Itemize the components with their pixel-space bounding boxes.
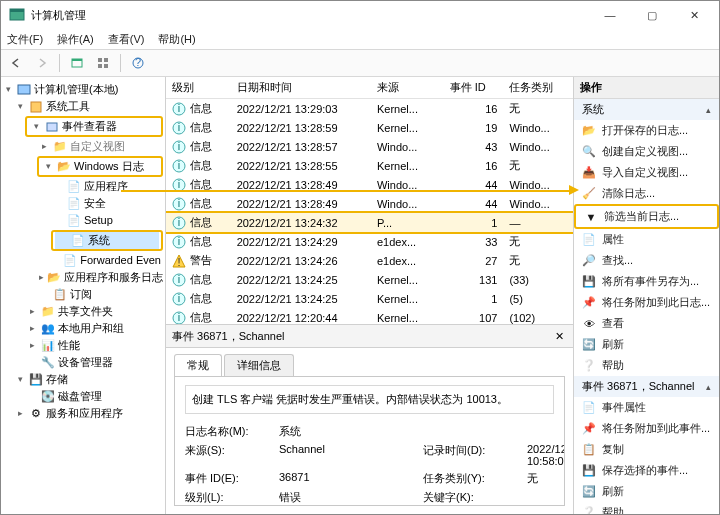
- svg-rect-1: [10, 9, 24, 12]
- action-refresh[interactable]: 🔄刷新: [574, 334, 719, 355]
- svg-rect-7: [104, 64, 108, 68]
- tree-security-log[interactable]: 📄安全: [3, 195, 163, 212]
- tree-local-users[interactable]: ▸👥本地用户和组: [3, 320, 163, 337]
- col-task[interactable]: 任务类别: [503, 77, 573, 99]
- nav-tree[interactable]: ▾计算机管理(本地) ▾系统工具 ▾事件查看器 ▸📁自定义视图 ▾📂Window…: [1, 77, 166, 514]
- tree-disk-management[interactable]: 💽磁盘管理: [3, 388, 163, 405]
- action-evprops[interactable]: 📄事件属性: [574, 397, 719, 418]
- toolbar-views-button[interactable]: [92, 52, 114, 74]
- col-level[interactable]: 级别: [166, 77, 231, 99]
- menu-action[interactable]: 操作(A): [57, 32, 94, 47]
- action-help2[interactable]: ❔帮助: [574, 502, 719, 514]
- action-icon: 💾: [582, 464, 596, 478]
- table-row[interactable]: i信息2022/12/21 13:28:59Kernel...19Windo..…: [166, 118, 573, 137]
- action-evattach[interactable]: 📌将任务附加到此事件...: [574, 418, 719, 439]
- table-row[interactable]: !警告2022/12/21 13:24:26e1dex...27无: [166, 251, 573, 270]
- tree-windows-logs[interactable]: ▾📂Windows 日志: [41, 158, 159, 175]
- toolbar-back-button[interactable]: [5, 52, 27, 74]
- tree-application-log[interactable]: 📄应用程序: [3, 178, 163, 195]
- svg-rect-3: [72, 59, 82, 61]
- tree-device-manager[interactable]: 🔧设备管理器: [3, 354, 163, 371]
- actions-pane: 操作 系统▴ 📂打开保存的日志...🔍创建自定义视图...📥导入自定义视图...…: [574, 77, 719, 514]
- table-row[interactable]: i信息2022/12/21 13:28:49Windo...44Windo...: [166, 194, 573, 213]
- action-icon: 📌: [582, 422, 596, 436]
- action-filter[interactable]: ▼筛选当前日志...: [574, 204, 719, 229]
- action-icon: 🔎: [582, 254, 596, 268]
- tree-forwarded-log[interactable]: 📄Forwarded Even: [3, 252, 163, 269]
- action-icon: 📄: [582, 233, 596, 247]
- action-help[interactable]: ❔帮助: [574, 355, 719, 376]
- action-icon: ❔: [582, 506, 596, 515]
- tree-custom-views[interactable]: ▸📁自定义视图: [3, 138, 163, 155]
- toolbar-up-button[interactable]: [66, 52, 88, 74]
- action-copy[interactable]: 📋复制: [574, 439, 719, 460]
- table-row[interactable]: i信息2022/12/21 13:29:03Kernel...16无: [166, 99, 573, 119]
- details-title: 事件 36871，Schannel: [172, 329, 285, 344]
- action-clear[interactable]: 🧹清除日志...: [574, 183, 719, 204]
- info-icon: i: [172, 273, 186, 287]
- tree-services-apps[interactable]: ▸⚙服务和应用程序: [3, 405, 163, 422]
- value-eventid: 36871: [279, 471, 419, 486]
- action-importview[interactable]: 📥导入自定义视图...: [574, 162, 719, 183]
- action-attach[interactable]: 📌将任务附加到此日志...: [574, 292, 719, 313]
- action-savesel[interactable]: 💾保存选择的事件...: [574, 460, 719, 481]
- tree-system-tools[interactable]: ▾系统工具: [3, 98, 163, 115]
- tree-label: 事件查看器: [62, 119, 117, 134]
- close-button[interactable]: ✕: [673, 2, 715, 28]
- maximize-button[interactable]: ▢: [631, 2, 673, 28]
- table-row[interactable]: i信息2022/12/21 13:24:29e1dex...33无: [166, 232, 573, 251]
- action-props[interactable]: 📄属性: [574, 229, 719, 250]
- table-row[interactable]: i信息2022/12/21 13:24:25Kernel...1(5): [166, 289, 573, 308]
- tree-storage[interactable]: ▾💾存储: [3, 371, 163, 388]
- tree-performance[interactable]: ▸📊性能: [3, 337, 163, 354]
- toolbar-forward-button[interactable]: [31, 52, 53, 74]
- table-row[interactable]: i信息2022/12/21 13:28:57Windo...43Windo...: [166, 137, 573, 156]
- action-createview[interactable]: 🔍创建自定义视图...: [574, 141, 719, 162]
- menu-file[interactable]: 文件(F): [7, 32, 43, 47]
- value-logname: 系统: [279, 424, 419, 439]
- tree-event-viewer[interactable]: ▾事件查看器: [29, 118, 159, 135]
- tree-subscriptions[interactable]: 📋订阅: [3, 286, 163, 303]
- action-icon: 📌: [582, 296, 596, 310]
- svg-rect-10: [18, 85, 30, 94]
- toolbar-help-button[interactable]: ?: [127, 52, 149, 74]
- actions-section-system[interactable]: 系统▴: [574, 99, 719, 120]
- menu-view[interactable]: 查看(V): [108, 32, 145, 47]
- action-icon: 🔄: [582, 338, 596, 352]
- menu-help[interactable]: 帮助(H): [158, 32, 195, 47]
- tab-general[interactable]: 常规: [174, 354, 222, 376]
- tree-label: 安全: [84, 196, 106, 211]
- action-refresh2[interactable]: 🔄刷新: [574, 481, 719, 502]
- tree-app-service-logs[interactable]: ▸📂应用程序和服务日志: [3, 269, 163, 286]
- details-close-button[interactable]: ✕: [551, 328, 567, 344]
- svg-rect-12: [47, 123, 57, 131]
- action-icon: 🧹: [582, 187, 596, 201]
- table-row[interactable]: i信息2022/12/21 13:24:25Kernel...131(33): [166, 270, 573, 289]
- tree-root[interactable]: ▾计算机管理(本地): [3, 81, 163, 98]
- actions-header: 操作: [574, 77, 719, 99]
- col-eventid[interactable]: 事件 ID: [444, 77, 504, 99]
- action-open[interactable]: 📂打开保存的日志...: [574, 120, 719, 141]
- minimize-button[interactable]: —: [589, 2, 631, 28]
- col-datetime[interactable]: 日期和时间: [231, 77, 371, 99]
- col-source[interactable]: 来源: [371, 77, 444, 99]
- table-row[interactable]: i信息2022/12/21 13:28:55Kernel...16无: [166, 156, 573, 175]
- event-grid[interactable]: 级别 日期和时间 来源 事件 ID 任务类别 i信息2022/12/21 13:…: [166, 77, 573, 324]
- svg-text:i: i: [178, 197, 180, 209]
- table-row[interactable]: i信息2022/12/21 12:20:44Kernel...107(102): [166, 308, 573, 324]
- svg-text:i: i: [178, 140, 180, 152]
- actions-section-event[interactable]: 事件 36871，Schannel▴: [574, 376, 719, 397]
- tree-system-log[interactable]: 📄系统: [55, 232, 159, 249]
- action-find[interactable]: 🔎查找...: [574, 250, 719, 271]
- action-icon: 📋: [582, 443, 596, 457]
- label-level: 级别(L):: [185, 490, 275, 505]
- action-saveall[interactable]: 💾将所有事件另存为...: [574, 271, 719, 292]
- tree-setup-log[interactable]: 📄Setup: [3, 212, 163, 229]
- table-row[interactable]: i信息2022/12/21 13:24:32P...1—: [166, 213, 573, 232]
- toolbar: ?: [1, 49, 719, 77]
- svg-text:i: i: [178, 178, 180, 190]
- window-title: 计算机管理: [31, 8, 589, 23]
- action-view[interactable]: 👁查看: [574, 313, 719, 334]
- tree-shared-folders[interactable]: ▸📁共享文件夹: [3, 303, 163, 320]
- tab-detail[interactable]: 详细信息: [224, 354, 294, 376]
